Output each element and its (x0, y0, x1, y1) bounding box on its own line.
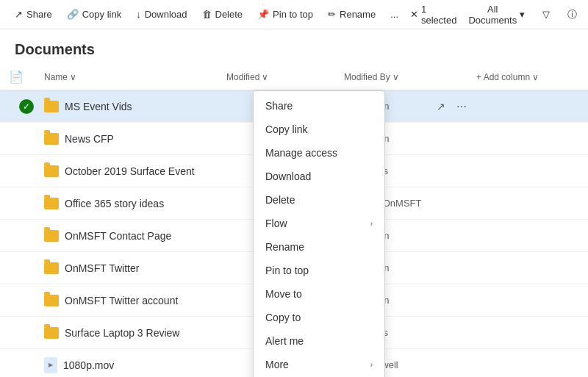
row-checkbox-cell (9, 132, 44, 146)
rename-button[interactable]: ✏ Rename (322, 6, 381, 23)
close-icon[interactable]: ✕ (410, 9, 418, 20)
context-menu-label: Delete (265, 194, 295, 206)
row-checkbox-cell (9, 293, 44, 308)
share-row-button[interactable]: ↗ (432, 98, 450, 115)
selected-checkbox[interactable]: ✓ (19, 99, 34, 114)
name-col-header[interactable]: Name ∨ (44, 72, 226, 82)
row-name-cell: Office 365 story ideas (44, 198, 226, 209)
row-checkbox-cell (9, 164, 44, 179)
delete-icon: 🗑 (202, 9, 212, 20)
context-menu-item[interactable]: Rename (254, 235, 384, 259)
context-menu: ShareCopy linkManage accessDownloadDelet… (253, 90, 385, 377)
context-menu-label: Download (265, 170, 311, 182)
folder-icon (44, 230, 59, 242)
context-menu-item[interactable]: Manage access (254, 141, 384, 165)
row-name-label: OnMSFT Twitter (65, 262, 139, 274)
folder-icon (44, 101, 59, 112)
row-checkbox-cell (9, 358, 44, 373)
sort-icon: ∨ (262, 72, 268, 82)
row-checkbox[interactable] (19, 164, 34, 179)
download-icon: ↓ (136, 9, 141, 20)
row-name-label: Office 365 story ideas (65, 198, 164, 209)
context-menu-label: Manage access (265, 147, 337, 159)
context-menu-label: Copy link (265, 123, 308, 135)
context-menu-label: More (265, 359, 289, 370)
add-column-button[interactable]: + Add column ∨ (476, 72, 579, 82)
pin-icon: 📌 (257, 9, 269, 20)
context-menu-label: Alert me (265, 335, 304, 347)
context-menu-item[interactable]: Alert me (254, 329, 384, 353)
context-menu-item[interactable]: More› (254, 353, 384, 376)
submenu-chevron-icon: › (370, 361, 373, 369)
context-menu-item[interactable]: Share (254, 94, 384, 118)
row-name-label: MS Event Vids (65, 101, 132, 112)
chevron-down-icon: ▾ (520, 9, 525, 20)
row-name-cell: OnMSFT Twitter account (44, 295, 226, 306)
row-checkbox[interactable] (19, 132, 34, 146)
more-row-button[interactable]: ⋯ (453, 98, 470, 115)
modified-by-col-header[interactable]: Modified By ∨ (344, 72, 476, 82)
folder-icon (44, 327, 59, 339)
folder-icon (44, 133, 59, 145)
row-name-cell: October 2019 Surface Event (44, 165, 226, 177)
row-checkbox[interactable] (19, 229, 34, 243)
context-menu-item[interactable]: Copy link (254, 118, 384, 141)
row-name-label: OnMSFT Twitter account (65, 295, 178, 306)
row-checkbox-cell (9, 261, 44, 276)
context-menu-item[interactable]: Pin to top (254, 259, 384, 282)
table-header: 📄 Name ∨ Modified ∨ Modified By ∨ + Add … (0, 64, 588, 90)
share-button[interactable]: ↗ Share (9, 6, 58, 23)
modified-col-header[interactable]: Modified ∨ (226, 72, 344, 82)
row-name-cell: ▶ 1080p.mov (44, 357, 226, 373)
context-menu-item[interactable]: Download (254, 165, 384, 188)
delete-button[interactable]: 🗑 Delete (196, 6, 249, 23)
checkbox-col-header: 📄 (9, 70, 44, 84)
link-icon: 🔗 (67, 9, 79, 20)
info-icon: ⓘ (567, 8, 577, 21)
filter-icon: ▽ (542, 9, 550, 20)
row-name-label: 1080p.mov (63, 359, 114, 371)
row-checkbox[interactable] (19, 293, 34, 308)
row-checkbox[interactable] (19, 358, 34, 373)
context-menu-label: Rename (265, 241, 304, 253)
row-checkbox-cell (9, 326, 44, 340)
folder-icon (44, 295, 59, 306)
row-name-cell: MS Event Vids (44, 101, 226, 112)
context-menu-item[interactable]: Copy to (254, 306, 384, 329)
row-checkbox[interactable] (19, 261, 34, 276)
row-checkbox-cell (9, 229, 44, 243)
row-name-label: October 2019 Surface Event (65, 165, 195, 177)
row-checkbox[interactable] (19, 196, 34, 211)
sort-icon: ∨ (392, 72, 399, 82)
copy-link-button[interactable]: 🔗 Copy link (61, 6, 127, 23)
row-checkbox-cell: ✓ (9, 99, 44, 114)
context-menu-item[interactable]: Move to (254, 282, 384, 306)
context-menu-item[interactable]: Flow› (254, 212, 384, 235)
selected-badge: ✕ 1 selected (410, 4, 456, 26)
row-actions: ↗ ⋯ (432, 98, 470, 115)
folder-icon (44, 262, 59, 274)
share-icon: ↗ (15, 9, 23, 20)
download-button[interactable]: ↓ Download (130, 6, 193, 23)
pin-to-top-button[interactable]: 📌 Pin to top (251, 6, 319, 23)
row-name-cell: OnMSFT Contact Page (44, 230, 226, 242)
sort-icon: ∨ (70, 72, 76, 82)
row-name-label: News CFP (65, 133, 114, 145)
row-name-cell: Surface Laptop 3 Review (44, 327, 226, 339)
context-menu-label: Copy to (265, 312, 301, 323)
rename-icon: ✏ (328, 9, 336, 20)
toolbar: ↗ Share 🔗 Copy link ↓ Download 🗑 Delete … (0, 0, 588, 29)
toolbar-right: ✕ 1 selected All Documents ▾ ▽ ⓘ ⤢ (410, 1, 588, 29)
all-documents-button[interactable]: All Documents ▾ (462, 1, 531, 29)
folder-icon (44, 165, 59, 177)
context-menu-label: Move to (265, 288, 302, 300)
context-menu-item[interactable]: Delete (254, 188, 384, 212)
row-checkbox[interactable] (19, 326, 34, 340)
video-file-icon: ▶ (44, 357, 57, 373)
chevron-down-icon: ∨ (532, 72, 539, 82)
more-button[interactable]: ... (384, 6, 404, 23)
info-button[interactable]: ⓘ (562, 5, 583, 24)
context-menu-label: Share (265, 100, 293, 112)
filter-button[interactable]: ▽ (537, 6, 556, 23)
context-menu-label: Flow (265, 218, 287, 229)
